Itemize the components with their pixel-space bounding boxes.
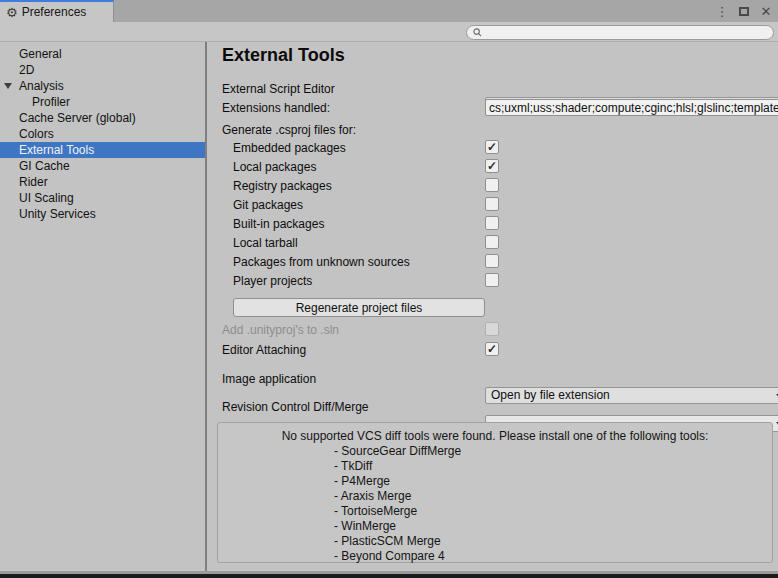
local-tarball-label: Local tarball xyxy=(233,236,298,250)
row-unityproj: Add .unityproj's to .sln xyxy=(222,322,339,339)
row-editor-attaching: Editor Attaching xyxy=(222,342,306,359)
vcs-tool-item: - TortoiseMerge xyxy=(334,504,772,519)
sidebar-item-ui-scaling[interactable]: UI Scaling xyxy=(0,190,205,206)
sidebar-item-external-tools[interactable]: External Tools xyxy=(0,142,205,158)
extensions-label: Extensions handled: xyxy=(222,101,330,115)
sidebar: General 2D Analysis Profiler Cache Serve… xyxy=(0,42,205,571)
vcs-tool-item: - WinMerge xyxy=(334,519,772,534)
unknown-sources-label: Packages from unknown sources xyxy=(233,255,410,269)
git-packages-checkbox[interactable] xyxy=(485,197,499,211)
git-packages-label: Git packages xyxy=(233,198,303,212)
image-application-dropdown[interactable]: Open by file extension xyxy=(485,387,778,404)
image-application-label: Image application xyxy=(222,372,316,386)
sidebar-item-gi-cache[interactable]: GI Cache xyxy=(0,158,205,174)
search-input[interactable] xyxy=(486,27,767,39)
row-git-packages: Git packages xyxy=(233,197,303,214)
sidebar-item-cache-server[interactable]: Cache Server (global) xyxy=(0,110,205,126)
row-extensions: Extensions handled: xyxy=(222,100,330,117)
window-controls: ⋮ ✕ xyxy=(714,0,774,22)
maximize-glyph xyxy=(739,7,749,16)
built-in-packages-checkbox[interactable] xyxy=(485,216,499,230)
gear-icon: ⚙ xyxy=(6,6,18,19)
sidebar-item-2d[interactable]: 2D xyxy=(0,62,205,78)
player-projects-checkbox[interactable] xyxy=(485,273,499,287)
editor-attaching-checkbox[interactable] xyxy=(485,342,499,356)
search-icon xyxy=(473,28,482,37)
vcs-tool-item: - TkDiff xyxy=(334,459,772,474)
registry-packages-checkbox[interactable] xyxy=(485,178,499,192)
row-generate-header: Generate .csproj files for: xyxy=(222,122,356,139)
sidebar-item-rider[interactable]: Rider xyxy=(0,174,205,190)
unknown-sources-checkbox[interactable] xyxy=(485,254,499,268)
player-projects-label: Player projects xyxy=(233,274,312,288)
row-player-projects: Player projects xyxy=(233,273,312,290)
script-editor-label: External Script Editor xyxy=(222,82,335,96)
local-tarball-checkbox[interactable] xyxy=(485,235,499,249)
embedded-packages-label: Embedded packages xyxy=(233,141,346,155)
sidebar-item-colors[interactable]: Colors xyxy=(0,126,205,142)
search-box[interactable] xyxy=(466,25,774,40)
extensions-field-wrap xyxy=(485,99,778,117)
sidebar-item-analysis[interactable]: Analysis xyxy=(0,78,205,94)
unityproj-checkbox xyxy=(485,322,499,336)
row-revision-control: Revision Control Diff/Merge xyxy=(222,399,527,416)
row-embedded-packages: Embedded packages xyxy=(233,140,346,157)
vcs-helpbox: No supported VCS diff tools were found. … xyxy=(217,422,773,563)
vcs-tool-item: - SourceGear DiffMerge xyxy=(334,444,772,459)
tab-preferences[interactable]: ⚙ Preferences xyxy=(0,0,114,22)
revision-control-label: Revision Control Diff/Merge xyxy=(222,400,369,414)
sidebar-item-unity-services[interactable]: Unity Services xyxy=(0,206,205,222)
local-packages-checkbox[interactable] xyxy=(485,159,499,173)
vcs-tool-item: - PlasticSCM Merge xyxy=(334,534,772,549)
tab-bar: ⚙ Preferences ⋮ ✕ xyxy=(0,0,778,22)
row-local-tarball: Local tarball xyxy=(233,235,298,252)
local-packages-label: Local packages xyxy=(233,160,316,174)
vcs-tool-item: - Beyond Compare 4 xyxy=(334,549,772,564)
menu-icon[interactable]: ⋮ xyxy=(714,3,730,19)
built-in-packages-label: Built-in packages xyxy=(233,217,324,231)
close-icon[interactable]: ✕ xyxy=(758,3,774,19)
registry-packages-label: Registry packages xyxy=(233,179,332,193)
row-script-editor: External Script Editor Rider 2019.3.4 xyxy=(222,81,527,98)
sidebar-item-general[interactable]: General xyxy=(0,46,205,62)
row-local-packages: Local packages xyxy=(233,159,316,176)
foldout-arrow-icon[interactable] xyxy=(4,83,12,89)
row-unknown-sources: Packages from unknown sources xyxy=(233,254,410,271)
maximize-icon[interactable] xyxy=(736,3,752,19)
unityproj-label: Add .unityproj's to .sln xyxy=(222,323,339,337)
preferences-window: ⚙ Preferences ⋮ ✕ General 2D Analysis Pr… xyxy=(0,0,778,578)
sidebar-item-label: Analysis xyxy=(19,79,64,93)
page-title: External Tools xyxy=(222,45,345,66)
row-image-application: Image application Open by file extension xyxy=(222,371,527,388)
tab-title: Preferences xyxy=(22,5,87,19)
generate-header-label: Generate .csproj files for: xyxy=(222,123,356,137)
vcs-tool-item: - P4Merge xyxy=(334,474,772,489)
row-built-in-packages: Built-in packages xyxy=(233,216,324,233)
embedded-packages-checkbox[interactable] xyxy=(485,140,499,154)
main-panel: External Tools External Script Editor Ri… xyxy=(207,42,778,571)
extensions-input[interactable] xyxy=(485,99,778,116)
editor-attaching-label: Editor Attaching xyxy=(222,343,306,357)
window-bottom-bar xyxy=(0,574,778,578)
regenerate-project-files-button[interactable]: Regenerate project files xyxy=(233,298,485,317)
vcs-tool-item: - Araxis Merge xyxy=(334,489,772,504)
vcs-helpbox-message: No supported VCS diff tools were found. … xyxy=(218,429,772,444)
toolbar xyxy=(0,22,778,42)
row-registry-packages: Registry packages xyxy=(233,178,332,195)
sidebar-item-profiler[interactable]: Profiler xyxy=(0,94,205,110)
